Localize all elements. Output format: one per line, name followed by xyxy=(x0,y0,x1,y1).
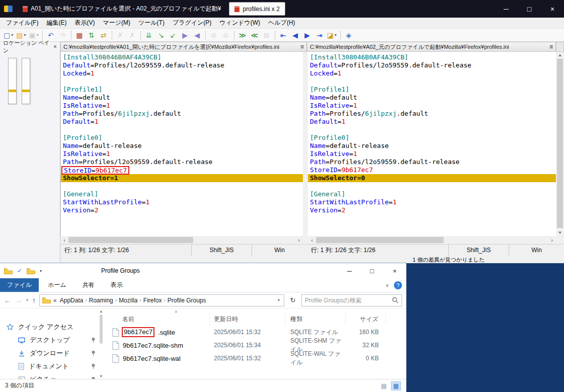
delete-right-icon[interactable]: ⊘ xyxy=(220,30,232,41)
scrollbar-track[interactable] xyxy=(68,237,295,243)
scroll-up-icon[interactable]: ▲ xyxy=(556,53,564,57)
code-line[interactable]: IsRelative=1 xyxy=(308,150,556,158)
menu-item[interactable]: プラグイン(P) xyxy=(169,19,215,27)
plugins-icon[interactable]: ◈ xyxy=(343,30,355,41)
goto-next-file-icon[interactable]: ▶ xyxy=(179,30,191,41)
code-line[interactable]: Default=1 xyxy=(308,118,556,126)
maximize-button[interactable]: □ xyxy=(361,263,383,278)
code-line[interactable]: Name=default-release xyxy=(308,142,556,150)
ribbon-tab-2[interactable]: 共有 xyxy=(74,278,103,292)
scrollbar-thumb[interactable] xyxy=(100,315,103,344)
diff-marker[interactable] xyxy=(22,90,30,92)
comparison-title-tab[interactable]: A01_開いた時にプロファイルを選択 - A02_元のプロファイルで起動¥ xyxy=(18,2,226,16)
scrollbar-thumb[interactable] xyxy=(557,59,563,228)
left-editor-pane[interactable]: [Install308046B0AF4A39CB]Default=Profile… xyxy=(60,52,303,236)
redo-icon[interactable]: ↷ xyxy=(57,30,69,41)
code-line[interactable]: [Profile1] xyxy=(61,86,303,94)
close-button[interactable]: × xyxy=(541,0,564,18)
auto-merge-icon[interactable]: ◪▾ xyxy=(326,30,338,41)
diff-line[interactable]: ShowSelector=1 xyxy=(61,174,303,182)
location-map-left-file[interactable] xyxy=(8,58,17,104)
forward-icon[interactable]: → xyxy=(15,296,22,304)
right-horizontal-scrollbar[interactable]: ‹ › xyxy=(308,236,556,244)
scrollbar-track[interactable] xyxy=(316,237,548,243)
goto-prev-file-icon[interactable]: ◀ xyxy=(191,30,203,41)
diff-line[interactable]: ShowSelector=0 xyxy=(308,174,556,182)
close-button[interactable]: × xyxy=(383,263,406,278)
scroll-left-icon[interactable]: ‹ xyxy=(308,237,316,243)
next-conflict-icon[interactable]: ✗ xyxy=(126,30,138,41)
code-line[interactable] xyxy=(61,182,303,190)
all-differences-icon[interactable]: ⇊ xyxy=(143,30,155,41)
menu-item[interactable]: 表示(V) xyxy=(70,19,99,27)
copy-all-right-icon[interactable]: ≫ xyxy=(236,30,249,41)
code-line[interactable] xyxy=(61,77,303,86)
rescan-icon[interactable]: ▦ xyxy=(73,30,86,41)
scroll-down-icon[interactable]: ▼ xyxy=(98,374,104,378)
breadcrumb-item[interactable]: Firefox xyxy=(143,297,163,304)
properties-check-icon[interactable]: ✓ xyxy=(17,267,22,274)
code-line[interactable]: Path=Profiles/6jilpzxj.default xyxy=(308,110,556,118)
code-line[interactable]: StartWithLastProfile=1 xyxy=(61,198,303,206)
file-row[interactable]: 9b617ec7.sqlite-wal2025/06/01 15:32SQLIT… xyxy=(104,352,406,365)
code-line[interactable]: Version=2 xyxy=(61,206,303,214)
right-editor-pane[interactable]: [Install308046B0AF4A39CB]Default=Profile… xyxy=(308,52,556,236)
scroll-right-icon[interactable]: › xyxy=(295,237,303,243)
nav-item-3[interactable]: ドキュメント xyxy=(0,360,98,373)
refresh-icon[interactable]: ↻ xyxy=(288,296,298,304)
copy-all-left-icon[interactable]: ≪ xyxy=(249,30,261,41)
next-difference-icon[interactable]: ▶ xyxy=(301,30,313,41)
code-line[interactable]: Name=default xyxy=(308,94,556,102)
code-line[interactable]: Locked=1 xyxy=(61,69,303,77)
file-row[interactable]: 9b617ec7.sqlite2025/06/01 15:32SQLITE ファ… xyxy=(104,326,406,339)
code-line[interactable]: StoreID=9b617ec7 xyxy=(308,166,556,174)
pane-splitter[interactable] xyxy=(303,52,308,244)
code-line[interactable]: [Install308046B0AF4A39CB] xyxy=(308,53,556,61)
code-line[interactable]: [General] xyxy=(308,190,556,198)
menu-item[interactable]: ファイル(F) xyxy=(2,19,42,27)
menu-item[interactable]: ウィンドウ(W) xyxy=(215,19,264,27)
code-line[interactable]: [Profile1] xyxy=(308,86,556,94)
pane-menu-icon[interactable]: ≡ xyxy=(549,43,553,50)
scroll-right-icon[interactable]: › xyxy=(548,237,556,243)
code-line[interactable]: Name=default-release xyxy=(61,142,303,150)
column-header-2[interactable]: 種類 xyxy=(285,312,346,326)
code-line[interactable]: Path=Profiles/l2o59559.default-release xyxy=(61,158,303,166)
breadcrumb-item[interactable]: Profile Groups xyxy=(167,297,207,304)
code-line[interactable]: [Profile0] xyxy=(61,134,303,142)
merge-mode-icon[interactable]: ⊠ xyxy=(261,30,273,41)
code-line[interactable]: Path=Profiles/l2o59559.default-release xyxy=(308,158,556,166)
last-difference-icon[interactable]: ⇥ xyxy=(313,30,326,41)
code-line[interactable]: Default=1 xyxy=(61,118,303,126)
search-input[interactable] xyxy=(305,297,390,304)
nav-item-1[interactable]: デスクトップ xyxy=(0,334,98,347)
breadcrumb-item[interactable]: Mozilla xyxy=(118,297,138,304)
document-tab-profiles-ini[interactable]: profiles.ini x 2 xyxy=(229,2,285,16)
scroll-down-icon[interactable]: ▼ xyxy=(556,230,564,235)
search-icon[interactable] xyxy=(392,297,398,303)
breadcrumb-item[interactable]: AppData xyxy=(59,297,84,304)
menu-item[interactable]: マージ(M) xyxy=(99,19,134,27)
maximize-button[interactable]: □ xyxy=(518,0,541,18)
sort-ascending-icon[interactable]: ∧ xyxy=(175,309,178,314)
copy-diff-left-icon[interactable]: ↙ xyxy=(167,30,179,41)
nav-item-0[interactable]: クイック アクセス xyxy=(0,321,98,334)
recent-locations-icon[interactable]: ▾ xyxy=(26,298,28,302)
help-icon[interactable]: ? xyxy=(394,281,402,289)
column-header-0[interactable]: 名前 xyxy=(104,312,210,326)
left-horizontal-scrollbar[interactable]: ‹ › xyxy=(60,236,303,244)
scroll-up-icon[interactable]: ▲ xyxy=(98,309,104,313)
code-line[interactable] xyxy=(308,182,556,190)
breadcrumb-item[interactable]: Roaming xyxy=(89,297,114,304)
code-line[interactable] xyxy=(308,77,556,86)
minimize-button[interactable]: ─ xyxy=(495,0,518,18)
code-line[interactable]: Default=Profiles/l2o59559.default-releas… xyxy=(308,61,556,69)
code-line[interactable]: StoreID=9b617ec7 xyxy=(61,166,303,174)
menu-item[interactable]: ヘルプ(H) xyxy=(264,19,299,27)
details-view-button[interactable]: ▤ xyxy=(379,381,389,390)
code-line[interactable]: [Profile0] xyxy=(308,134,556,142)
refresh-selected-icon[interactable]: ⇄ xyxy=(98,30,110,41)
delete-left-icon[interactable]: ⊘ xyxy=(208,30,220,41)
copy-diff-right-icon[interactable]: ↘ xyxy=(155,30,167,41)
code-line[interactable] xyxy=(308,126,556,134)
